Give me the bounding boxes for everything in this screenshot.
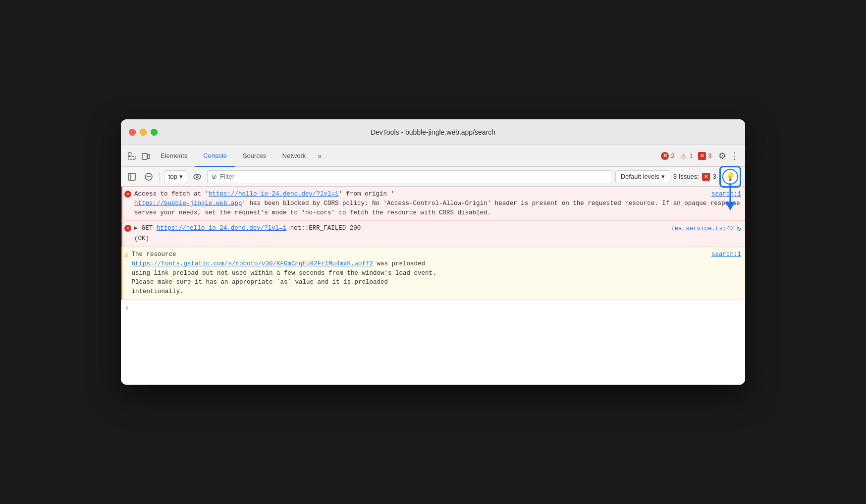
show-sidebar-icon[interactable] [125,170,139,184]
more-tabs-button[interactable]: » [314,152,325,160]
window-title: DevTools - bubble-jingle.web.app/search [371,128,495,136]
svg-rect-2 [142,153,147,159]
get-url-link[interactable]: https://hello-io-24.deno.dev/?lvl=1 [157,225,287,232]
filter-input[interactable] [220,173,608,180]
maximize-button[interactable] [151,129,158,136]
svg-rect-3 [148,154,150,158]
title-bar: DevTools - bubble-jingle.web.app/search [121,119,745,145]
console-toolbar: top ▾ ⊘ Default levels ▾ 3 Issues: ✕ 3 [121,167,745,187]
more-options-icon[interactable]: ⋮ [730,151,739,161]
lightbulb-icon: 💡 [725,172,735,181]
info-icon: ✕ [698,152,706,160]
cors-error-text: Access to fetch at 'https://hello-io-24.… [134,190,741,217]
context-dropdown[interactable]: top ▾ [164,170,187,183]
console-content: ✕ Access to fetch at 'https://hello-io-2… [121,187,745,385]
get-error-text: ▶ GET https://hello-io-24.deno.dev/?lvl=… [134,224,741,244]
get-source-link[interactable]: tea.service.ts:42 [667,224,734,234]
console-entry-cors-error: ✕ Access to fetch at 'https://hello-io-2… [121,187,745,221]
separator [160,172,160,182]
devtools-tab-bar: Elements Console Sources Network » ✕ 2 ⚠… [121,145,745,167]
tab-sources[interactable]: Sources [235,145,274,167]
refresh-icon[interactable]: ↻ [737,224,741,234]
console-entry-get-error: ✕ ▶ GET https://hello-io-24.deno.dev/?lv… [121,221,745,247]
cors-url-link[interactable]: https://hello-io-24.deno.dev/?lvl=1 [209,191,339,198]
arrow-annotation [720,183,740,212]
ai-assist-button[interactable]: 💡 [722,169,738,185]
device-toolbar-icon[interactable] [139,149,153,163]
close-button[interactable] [129,129,136,136]
font-url-link[interactable]: https://fonts.gstatic.com/s/roboto/v30/K… [131,260,373,267]
ai-button-wrapper: 💡 [719,166,741,188]
svg-marker-11 [725,202,735,210]
clear-console-icon[interactable] [142,170,156,184]
prompt-chevron: › [125,304,129,312]
error-icon: ✕ [661,152,669,160]
expand-icon[interactable]: ▶ [134,225,138,232]
issues-error-icon: ✕ [702,173,710,181]
svg-rect-0 [128,152,131,155]
select-element-icon[interactable] [125,149,139,163]
tab-console[interactable]: Console [195,145,235,167]
eye-icon[interactable] [190,170,204,184]
minimize-button[interactable] [140,129,147,136]
issues-count[interactable]: 3 Issues: ✕ 3 [673,173,716,181]
console-prompt[interactable]: › [121,300,745,316]
settings-icon[interactable]: ⚙ [718,151,726,161]
warning-icon-entry: ⚠ [124,251,128,260]
info-badge[interactable]: ✕ 3 [698,152,711,160]
error-icon-2: ✕ [124,225,131,232]
warning-badge[interactable]: ⚠ 1 [680,152,693,160]
preload-source-link[interactable]: search:1 [707,250,741,259]
error-icon: ✕ [124,191,131,198]
devtools-window: DevTools - bubble-jingle.web.app/search … [121,119,745,385]
tab-elements[interactable]: Elements [153,145,195,167]
filter-box[interactable]: ⊘ [207,170,612,183]
svg-rect-1 [128,156,135,159]
origin-url-link[interactable]: https://bubble-jingle.web.app [134,200,242,207]
tab-network[interactable]: Network [274,145,314,167]
error-badge[interactable]: ✕ 2 [661,152,674,160]
console-entry-preload-warning: ⚠ The resource search:1 https://fonts.gs… [121,247,745,300]
traffic-lights [129,129,158,136]
preload-warning-text: The resource search:1 https://fonts.gsta… [131,250,741,297]
error-badges: ✕ 2 ⚠ 1 ✕ 3 [661,152,711,160]
svg-point-8 [194,174,201,179]
svg-point-9 [196,176,198,178]
log-levels-dropdown[interactable]: Default levels ▾ [615,170,670,183]
filter-icon: ⊘ [212,173,217,180]
svg-rect-4 [128,173,135,180]
warning-icon: ⚠ [680,152,688,160]
